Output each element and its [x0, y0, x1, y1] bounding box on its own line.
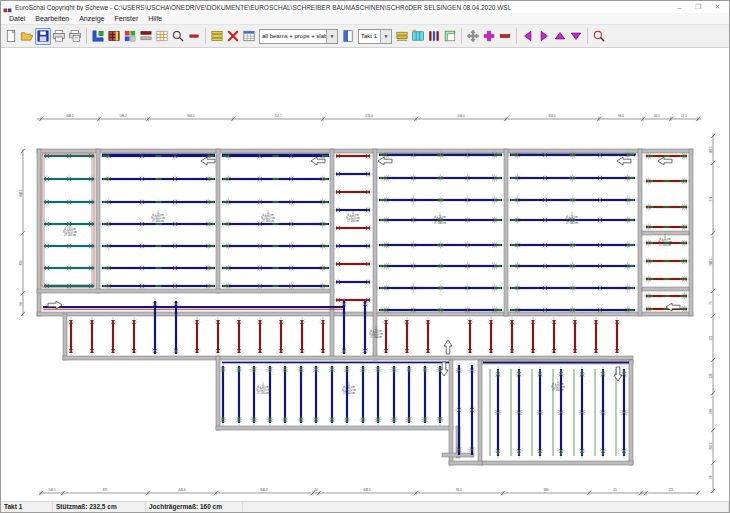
pan-left-icon [521, 29, 535, 43]
zoom-plus-icon [482, 29, 496, 43]
svg-text:757.7: 757.7 [274, 114, 282, 118]
room-label: 1d = 20 cmSt 232,5 cmJT 160 cm [342, 382, 356, 395]
maximize-button[interactable]: ❐ [689, 2, 708, 13]
drawing-area[interactable]: 448.5146.2904.1757.7274.0104.0318.596.04… [1, 48, 729, 501]
menu-item-anzeige[interactable]: Anzeige [74, 13, 109, 24]
takt-dropdown-value: Takt 1 [359, 33, 380, 39]
tiles-icon [123, 29, 137, 43]
print-preview-icon [68, 29, 82, 43]
pan-right-button[interactable] [536, 28, 552, 45]
svg-text:350: 350 [19, 260, 23, 265]
grid-cyan-icon [411, 29, 425, 43]
view-filter-dropdown-value: all beams + props + slabs [260, 33, 326, 39]
room-label: 1d = 20 cmSt 232,5 cmJT 160 cm [565, 212, 579, 225]
grid-cyan-button[interactable] [410, 28, 426, 45]
room-door-button[interactable] [340, 28, 356, 45]
pan-move-icon [466, 29, 480, 43]
zoom-window-button[interactable] [591, 28, 607, 45]
titlebar: EuroSchal Copyright by Schewe - C:\USERS… [1, 1, 729, 13]
svg-text:103.5: 103.5 [709, 146, 713, 154]
svg-text:846.3: 846.3 [260, 488, 268, 492]
room-label: 1d = 20 cmSt 232,5 cmJT 160 cm [658, 234, 672, 247]
new-file-icon [4, 29, 18, 43]
slab-layers-icon [210, 29, 224, 43]
status-cell-3 [243, 502, 729, 512]
room-door-icon [341, 29, 355, 43]
slab-stack-button[interactable] [394, 28, 410, 45]
svg-text:146.2: 146.2 [119, 114, 127, 118]
print-preview-button[interactable] [67, 28, 83, 45]
toolbar: all beams + props + slabs▼Takt 1▼ [1, 25, 729, 48]
svg-text:375: 375 [102, 488, 107, 492]
svg-text:274.0: 274.0 [365, 114, 373, 118]
pan-left-button[interactable] [520, 28, 536, 45]
menu-item-datei[interactable]: Datei [4, 13, 30, 24]
chevron-down-icon[interactable]: ▼ [380, 30, 391, 43]
zoom-search-button[interactable] [170, 28, 186, 45]
new-file-button[interactable] [3, 28, 19, 45]
grid-plan-button[interactable] [154, 28, 170, 45]
svg-text:20: 20 [314, 488, 318, 492]
direction-arrow [617, 157, 631, 165]
save-button[interactable] [35, 28, 51, 45]
toolbar-separator [86, 28, 87, 44]
close-button[interactable]: ✕ [708, 2, 727, 13]
dimension-rulers: 448.5146.2904.1757.7274.0104.0318.596.04… [19, 114, 716, 495]
room-label: 1d = 20 cmSt 232,5 cmJT 160 cm [433, 212, 447, 225]
svg-text:94: 94 [19, 302, 23, 306]
grid-plan-icon [155, 29, 169, 43]
toolbar-separator [587, 28, 588, 44]
zoom-minus-button[interactable] [497, 28, 513, 45]
svg-text:104.0: 104.0 [457, 114, 465, 118]
takt-dropdown[interactable]: Takt 1▼ [358, 29, 392, 44]
open-folder-icon [20, 29, 34, 43]
wall-accents-layer [42, 154, 636, 364]
tiles-button[interactable] [122, 28, 138, 45]
room-label: 1d = 20 cmSt 232,5 cmJT 160 cm [369, 326, 383, 339]
open-folder-button[interactable] [19, 28, 35, 45]
print-button[interactable] [51, 28, 67, 45]
view-filter-dropdown[interactable]: all beams + props + slabs▼ [259, 29, 338, 44]
chevron-down-icon[interactable]: ▼ [326, 30, 337, 43]
pane-new-icon [443, 29, 457, 43]
window-title: EuroSchal Copyright by Schewe - C:\USERS… [15, 4, 670, 11]
zoom-plus-button[interactable] [481, 28, 497, 45]
props-plan-button[interactable] [426, 28, 442, 45]
menu-item-bearbeiten[interactable]: Bearbeiten [30, 13, 74, 24]
room-label: 1d = 20 cmSt 232,5 cmJT 160 cm [346, 210, 360, 223]
pan-down-button[interactable] [568, 28, 584, 45]
measure-corner-button[interactable] [90, 28, 106, 45]
svg-text:904.1: 904.1 [187, 114, 195, 118]
pane-new-button[interactable] [442, 28, 458, 45]
minimize-button[interactable]: – [670, 2, 689, 13]
grid-3d-button[interactable] [106, 28, 122, 45]
zoom-window-icon [592, 29, 606, 43]
print-icon [52, 29, 66, 43]
formwork-plan: 448.5146.2904.1757.7274.0104.0318.596.04… [1, 48, 729, 501]
red-dash-icon [187, 29, 201, 43]
table-view-button[interactable] [241, 28, 257, 45]
slab-layers-button[interactable] [209, 28, 225, 45]
room-label: 1d = 20 cmSt 232,5 cmJT 160 cm [151, 210, 165, 223]
measure-corner-icon [91, 29, 105, 43]
menu-item-fenster[interactable]: Fenster [110, 13, 144, 24]
red-dash-button[interactable] [186, 28, 202, 45]
direction-arrow [201, 157, 215, 165]
svg-text:50: 50 [709, 475, 713, 479]
svg-text:288.5: 288.5 [709, 258, 713, 266]
walls-red-button[interactable] [138, 28, 154, 45]
pan-move-button[interactable] [465, 28, 481, 45]
room-label: 1d = 20 cmSt 232,5 cmJT 160 cm [261, 210, 275, 223]
svg-text:318.5: 318.5 [548, 114, 556, 118]
svg-text:76: 76 [709, 301, 713, 305]
svg-text:445.6: 445.6 [178, 488, 186, 492]
pan-right-icon [537, 29, 551, 43]
pan-up-button[interactable] [552, 28, 568, 45]
svg-text:25: 25 [613, 488, 617, 492]
app-logo-icon [3, 3, 12, 12]
zoom-minus-icon [498, 29, 512, 43]
save-icon [36, 29, 50, 43]
svg-text:221: 221 [668, 488, 673, 492]
menu-item-hilfe[interactable]: Hilfe [143, 13, 167, 24]
delete-x-button[interactable] [225, 28, 241, 45]
